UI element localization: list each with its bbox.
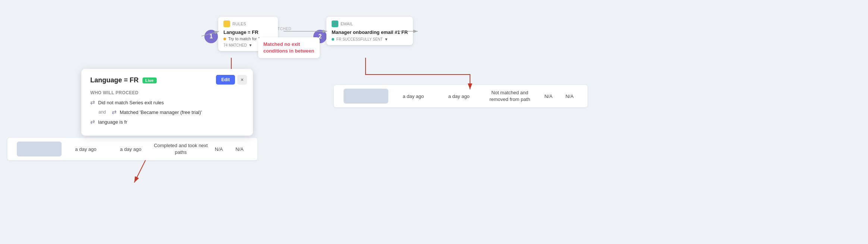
- row1-col2: a day ago: [108, 146, 153, 152]
- table-row-2: a day ago a day ago Not matched and remo…: [334, 85, 587, 107]
- rule-icon-3: ⇄: [90, 118, 95, 125]
- step-circle-1: 1: [204, 30, 218, 43]
- row2-col4: N/A: [538, 94, 559, 99]
- row1-col5: N/A: [229, 146, 250, 152]
- and-row: and ⇄ Matched 'Became manager (free tria…: [90, 109, 244, 115]
- row2-col2: a day ago: [436, 94, 482, 99]
- rule-icon-2: ⇄: [112, 109, 117, 115]
- rules-node-title: Language = FR: [223, 29, 273, 35]
- avatar-placeholder-2: [344, 89, 388, 104]
- email-node-title: Manager onboarding email #1 FR: [332, 29, 408, 35]
- panel-actions: Edit ×: [216, 75, 247, 85]
- table-row-1: a day ago a day ago Completed and took n…: [7, 138, 257, 160]
- rule-icon-1: ⇄: [90, 99, 95, 106]
- rule-text-1: Did not match Series exit rules: [98, 100, 164, 105]
- canvas: 1 2 ⚡ RULES Language = FR Try to match f…: [0, 0, 868, 244]
- row1-col3: Completed and took next paths: [153, 142, 209, 156]
- rule-text-3: language is fr: [98, 119, 127, 125]
- close-button[interactable]: ×: [237, 75, 247, 85]
- rule-row-3: ⇄ language is fr: [90, 118, 244, 125]
- avatar-placeholder-1: [17, 142, 62, 156]
- email-node-badge: FR SUCCESSFULLY SENT ▼: [332, 37, 408, 41]
- email-flow-node: ✉ EMAIL Manager onboarding email #1 FR F…: [326, 17, 413, 45]
- who-will-proceed-label: Who will proceed: [90, 90, 244, 95]
- rule-text-2: Matched 'Became manager (free trial)': [120, 110, 202, 115]
- row1-col4: N/A: [209, 146, 229, 152]
- row2-avatar: [341, 89, 391, 104]
- live-badge: Live: [142, 77, 157, 83]
- rule-row-1: ⇄ Did not match Series exit rules: [90, 99, 244, 106]
- no-exit-annotation: Matched no exitconditions in between: [258, 37, 320, 58]
- email-icon: ✉: [332, 20, 338, 27]
- edit-button[interactable]: Edit: [216, 75, 235, 85]
- row2-col1: a day ago: [391, 94, 436, 99]
- detail-panel: Language = FR Live Edit × Who will proce…: [81, 69, 253, 136]
- email-node-header: EMAIL: [341, 22, 353, 26]
- panel-title-text: Language = FR: [90, 76, 139, 84]
- row2-col3: Not matched and removed from path: [482, 89, 538, 103]
- rules-icon: ⚡: [223, 20, 230, 27]
- rules-node-header: RULES: [232, 22, 246, 26]
- row1-avatar: [15, 142, 63, 156]
- row1-col1: a day ago: [63, 146, 108, 152]
- and-text: and: [98, 110, 106, 115]
- row2-col5: N/A: [559, 94, 580, 99]
